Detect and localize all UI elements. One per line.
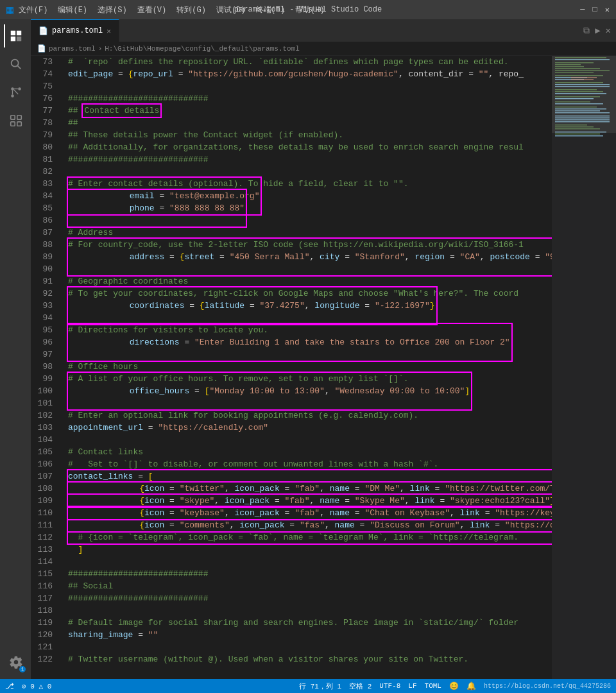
line-num-91: 91 (31, 275, 58, 287)
line-num-96: 96 (31, 336, 58, 348)
highlight-address: address = {street = "450 Serra Mall", ci… (68, 239, 552, 275)
editor-area: 📄 params.toml ✕ ⧉ ▶ ✕ 📄 params.toml › H:… (31, 19, 616, 679)
line-num-100: 100 (31, 385, 58, 397)
cursor-position[interactable]: 行 71，列 1 (299, 681, 341, 691)
code-line-89: address = {street = "450 Serra Mall", ci… (68, 251, 552, 263)
vscode-logo: ▦ (6, 3, 13, 17)
svg-point-4 (12, 60, 19, 67)
git-branch-icon[interactable]: ⎇ (5, 681, 14, 691)
line-num-97: 97 (31, 348, 58, 361)
tab-bar: 📄 params.toml ✕ ⧉ ▶ ✕ (31, 19, 616, 42)
svg-rect-2 (11, 37, 15, 41)
status-bar: ⎇ ⊘ 0 △ 0 行 71，列 1 空格 2 UTF-8 LF TOML 😊 … (0, 679, 616, 693)
close-editors-icon[interactable]: ✕ (606, 25, 611, 36)
tab-close-icon[interactable]: ✕ (107, 27, 111, 35)
line-num-81: 81 (31, 153, 58, 166)
activity-bar-bottom: 1 (4, 651, 27, 679)
code-line-122: # Twitter username (without @). Used whe… (68, 653, 552, 665)
status-right: 行 71，列 1 空格 2 UTF-8 LF TOML 😊 🔔 https://… (299, 681, 611, 691)
code-line-91: # Geographic coordinates (68, 275, 552, 287)
svg-point-8 (18, 87, 21, 90)
line-num-94: 94 (31, 312, 58, 324)
notification-icon[interactable]: 🔔 (466, 681, 476, 691)
code-line-81: ############################ (68, 153, 552, 166)
minimap[interactable] (552, 56, 616, 679)
line-num-108: 108 (31, 483, 58, 495)
activity-bar: 1 (0, 19, 31, 679)
code-line-113: ] (68, 543, 552, 556)
watermark: https://blog.csdn.net/qq_44275286 (484, 683, 611, 690)
close-button[interactable]: ✕ (605, 5, 610, 15)
code-line-114 (68, 556, 552, 568)
window-title: params.toml - Visual Studio Code (234, 5, 382, 14)
feedback-icon[interactable]: 😊 (449, 681, 459, 691)
code-line-73: # `repo` defines the repository URL. `ed… (68, 56, 552, 68)
code-line-76: ############################ (68, 92, 552, 105)
line-num-80: 80 (31, 141, 58, 153)
highlight-directions: directions = "Enter Building 1 and take … (68, 324, 511, 361)
indent-info[interactable]: 空格 2 (349, 681, 372, 691)
menu-goto[interactable]: 转到(G) (176, 4, 206, 15)
line-num-115: 115 (31, 568, 58, 580)
breadcrumb-icon: 📄 (37, 44, 46, 53)
menu-view[interactable]: 查看(V) (137, 4, 167, 15)
activity-extensions[interactable] (4, 109, 27, 132)
highlight-office-hours: office_hours = ["Monday 10:00 to 13:00",… (68, 373, 471, 409)
title-bar: ▦ 文件(F) 编辑(E) 选择(S) 查看(V) 转到(G) 调试(D) 终端… (0, 0, 616, 19)
code-line-119: # Default image for social sharing and s… (68, 617, 552, 629)
svg-rect-1 (17, 31, 21, 35)
menu-file[interactable]: 文件(F) (19, 4, 48, 15)
line-num-76: 76 (31, 92, 58, 105)
window-controls[interactable]: ─ □ ✕ (580, 5, 610, 15)
line-num-121: 121 (31, 641, 58, 653)
line-num-120: 120 (31, 629, 58, 641)
line-ending-info[interactable]: LF (408, 682, 416, 690)
split-editor-icon[interactable]: ⧉ (583, 26, 590, 36)
activity-source-control[interactable] (4, 81, 27, 104)
code-line-118 (68, 604, 552, 617)
svg-rect-47 (555, 133, 600, 135)
menu-select[interactable]: 选择(S) (98, 4, 127, 15)
code-line-116: ## Social (68, 580, 552, 592)
minimize-button[interactable]: ─ (580, 5, 585, 15)
menu-edit[interactable]: 编辑(E) (58, 4, 87, 15)
line-num-118: 118 (31, 604, 58, 617)
breadcrumb-path: params.toml (49, 45, 96, 53)
breadcrumb: 📄 params.toml › H:\GitHub\Homepage\confi… (31, 42, 616, 56)
line-num-92: 92 (31, 287, 58, 300)
code-line-100: office_hours = ["Monday 10:00 to 13:00",… (68, 385, 552, 397)
activity-explorer[interactable] (4, 24, 27, 47)
language-mode[interactable]: TOML (425, 682, 441, 690)
line-num-74: 74 (31, 68, 58, 80)
code-line-115: ############################ (68, 568, 552, 580)
line-num-114: 114 (31, 556, 58, 568)
code-line-106: # Set to `[]` to disable, or comment out… (68, 458, 552, 470)
encoding-info[interactable]: UTF-8 (379, 682, 400, 690)
code-editor[interactable]: 73 74 75 76 77 78 79 80 81 82 83 84 85 8… (31, 56, 616, 679)
error-count[interactable]: ⊘ 0 △ 0 (22, 682, 51, 690)
breadcrumb-fullpath: H:\GitHub\Homepage\config\_default\param… (105, 45, 300, 53)
tab-params-toml[interactable]: 📄 params.toml ✕ (31, 19, 119, 42)
activity-settings[interactable]: 1 (4, 651, 27, 674)
code-content[interactable]: # `repo` defines the repository URL. `ed… (63, 56, 552, 679)
line-num-82: 82 (31, 166, 58, 178)
code-line-85: phone = "888 888 88 88" (68, 202, 552, 214)
code-line-82 (68, 166, 552, 178)
line-num-87: 87 (31, 227, 58, 239)
svg-point-7 (11, 94, 14, 98)
svg-rect-48 (555, 135, 603, 137)
code-line-102: # Enter an optional link for booking app… (68, 409, 552, 422)
activity-search[interactable] (4, 53, 27, 76)
line-num-90: 90 (31, 263, 58, 275)
code-line-121 (68, 641, 552, 653)
code-line-77: ## Contact details (68, 105, 552, 117)
line-num-104: 104 (31, 434, 58, 446)
line-num-101: 101 (31, 397, 58, 409)
code-line-79: ## These details power the Contact widge… (68, 129, 552, 141)
maximize-button[interactable]: □ (593, 5, 597, 15)
line-num-117: 117 (31, 592, 58, 604)
code-line-117: ############################ (68, 592, 552, 604)
line-num-110: 110 (31, 507, 58, 519)
svg-rect-49 (552, 56, 616, 133)
more-actions-icon[interactable]: ▶ (595, 25, 600, 36)
